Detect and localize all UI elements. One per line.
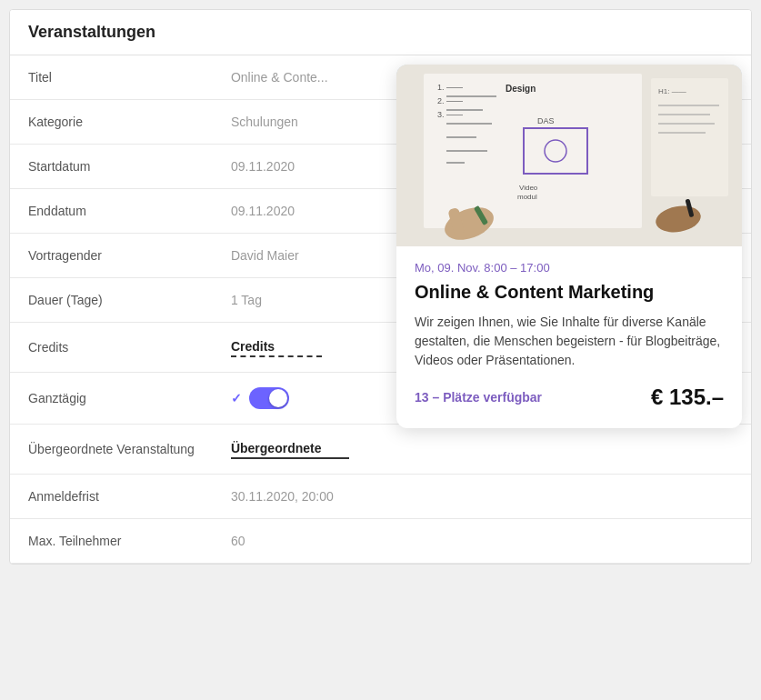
event-card: 1. —— 2. —— 3. —— Design DAS Video modul… [396,65,742,428]
uebergeordnete-input[interactable] [231,439,349,459]
max-teilnehmer-value: 60 [213,519,751,564]
max-teilnehmer-row: Max. Teilnehmer 60 [10,519,751,564]
field-label: Vortragender [10,234,213,278]
uebergeordnete-cell [213,425,751,475]
credits-input-wrapper[interactable] [231,337,322,357]
page-header: Veranstaltungen [10,10,751,55]
field-label: Kategorie [10,100,213,145]
card-description: Wir zeigen Ihnen, wie Sie Inhalte für di… [415,313,724,370]
svg-text:H1: ——: H1: —— [658,87,686,95]
credits-label: Credits [10,323,213,373]
credits-input[interactable] [231,337,322,357]
uebergeordnete-label: Übergeordnete Veranstaltung [10,425,213,475]
field-label: Startdatum [10,145,213,189]
anmeldefrist-value: 30.11.2020, 20:00 [213,475,751,519]
spots-count: 13 [415,390,429,405]
card-date: Mo, 09. Nov. 8:00 – 17:00 [415,261,724,275]
field-label: Enddatum [10,189,213,234]
page-title: Veranstaltungen [28,23,155,41]
svg-text:2. ——: 2. —— [437,96,463,105]
svg-text:Design: Design [506,84,536,94]
svg-text:3. ——: 3. —— [437,110,463,119]
card-title: Online & Content Marketing [415,280,724,304]
svg-rect-17 [651,78,728,196]
uebergeordnete-row: Übergeordnete Veranstaltung [10,425,751,475]
anmeldefrist-row: Anmeldefrist 30.11.2020, 20:00 [10,475,751,519]
page-wrapper: Veranstaltungen Titel Online & Conte... … [0,0,761,574]
card-body: Mo, 09. Nov. 8:00 – 17:00 Online & Conte… [396,246,742,428]
ganztaegig-label: Ganztägig [10,373,213,425]
field-label: Dauer (Tage) [10,278,213,323]
svg-text:Video: Video [519,184,538,192]
content-area: Titel Online & Conte... Kategorie Schulu… [10,55,751,564]
card-price: € 135.– [651,385,724,410]
toggle-switch[interactable] [249,387,289,409]
main-container: Veranstaltungen Titel Online & Conte... … [9,9,752,565]
card-image: 1. —— 2. —— 3. —— Design DAS Video modul… [396,65,742,246]
svg-text:DAS: DAS [537,116,555,125]
spots-label: – Plätze verfügbar [432,390,542,405]
toggle-checkmark: ✓ [231,391,242,405]
svg-text:1. ——: 1. —— [437,83,463,92]
card-spots: 13 – Plätze verfügbar [415,390,542,405]
anmeldefrist-label: Anmeldefrist [10,475,213,519]
max-teilnehmer-label: Max. Teilnehmer [10,519,213,564]
svg-text:modul: modul [517,193,537,201]
card-footer: 13 – Plätze verfügbar € 135.– [415,385,724,410]
field-label: Titel [10,55,213,100]
